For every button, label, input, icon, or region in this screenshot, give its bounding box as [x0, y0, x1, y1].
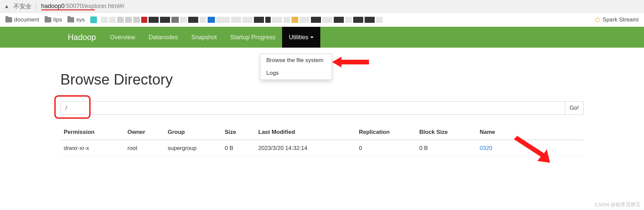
svg-marker-0 [332, 57, 369, 67]
bookmarks-bar: document tips sys ✩Spark Streami [0, 13, 644, 27]
bookmark-label: document [14, 16, 39, 23]
bookmark-folder-document[interactable]: document [4, 16, 41, 24]
nav-link-datanodes[interactable]: Datanodes [142, 27, 184, 48]
th-group: Group [164, 125, 221, 140]
app-icon [90, 16, 97, 23]
browser-address-bar: ▲ 不安全 | hadoop0:50070/explorer.html#/ [0, 0, 644, 13]
utilities-dropdown: Browse the file system Logs [260, 54, 332, 80]
table-row: drwxr-xr-x root supergroup 0 B 2023/3/20… [60, 140, 584, 157]
directory-link[interactable]: 0320 [480, 145, 492, 151]
path-input-row: Go! [60, 101, 584, 115]
folder-icon [67, 17, 74, 22]
nav-link-startup-progress[interactable]: Startup Progress [223, 27, 282, 48]
svg-marker-1 [514, 136, 550, 163]
cell-replication: 0 [356, 140, 416, 157]
annotation-underline [41, 9, 95, 10]
blurred-bookmarks [101, 17, 383, 23]
url-host: hadoop0 [41, 3, 65, 10]
nav-link-overview[interactable]: Overview [103, 27, 142, 48]
bookmark-folder-tips[interactable]: tips [43, 16, 63, 24]
bookmark-folder-sys[interactable]: sys [66, 16, 86, 24]
chevron-down-icon [310, 37, 314, 38]
annotation-arrow-dropdown [332, 55, 369, 69]
th-block-size: Block Size [416, 125, 476, 140]
url-display[interactable]: hadoop0:50070/explorer.html#/ [41, 3, 124, 10]
nav-link-utilities[interactable]: Utilities [282, 27, 320, 48]
dropdown-item-browse-fs[interactable]: Browse the file system [260, 54, 332, 67]
th-permission: Permission [60, 125, 124, 140]
cell-size: 0 B [221, 140, 255, 157]
warning-icon: ▲ [4, 3, 9, 9]
cell-owner: root [124, 140, 164, 157]
folder-icon [5, 17, 12, 22]
annotation-arrow-name [513, 136, 550, 163]
bookmark-label: sys [76, 16, 85, 23]
table-header-row: Permission Owner Group Size Last Modifie… [60, 125, 584, 140]
star-icon: ✩ [594, 15, 600, 24]
watermark: CSDN @程序员胖五 [595, 202, 641, 208]
th-size: Size [221, 125, 255, 140]
path-input[interactable] [60, 101, 565, 115]
main-nav: Hadoop Overview Datanodes Snapshot Start… [0, 27, 644, 48]
nav-brand[interactable]: Hadoop [60, 27, 103, 48]
nav-utilities-label: Utilities [289, 34, 308, 41]
url-path: :50070/explorer.html#/ [65, 3, 124, 10]
th-last-modified: Last Modified [255, 125, 356, 140]
bookmark-item[interactable] [89, 16, 98, 24]
folder-icon [45, 17, 51, 22]
nav-link-snapshot[interactable]: Snapshot [184, 27, 223, 48]
cell-block-size: 0 B [416, 140, 476, 157]
bookmark-label: Spark Streami [602, 16, 639, 23]
th-replication: Replication [356, 125, 416, 140]
cell-permission: drwxr-xr-x [60, 140, 124, 157]
cell-last-modified: 2023/3/20 14:32:14 [255, 140, 356, 157]
bookmark-label: tips [53, 16, 62, 23]
cell-group: supergroup [164, 140, 221, 157]
go-button[interactable]: Go! [565, 101, 584, 115]
directory-table: Permission Owner Group Size Last Modifie… [60, 125, 584, 157]
security-label: 不安全 [13, 2, 32, 10]
dropdown-item-logs[interactable]: Logs [260, 67, 332, 80]
th-owner: Owner [124, 125, 164, 140]
bookmark-spark[interactable]: ✩Spark Streami [593, 15, 640, 25]
